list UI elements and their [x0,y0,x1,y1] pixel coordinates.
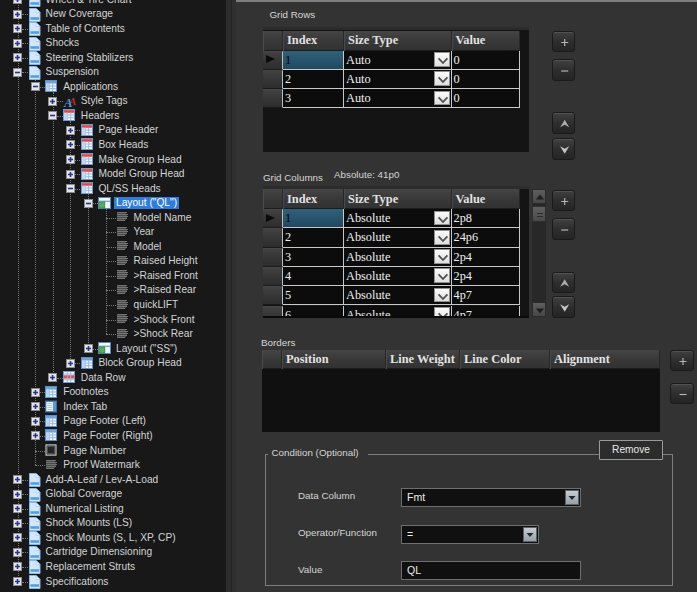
svg-text:A: A [63,95,73,108]
